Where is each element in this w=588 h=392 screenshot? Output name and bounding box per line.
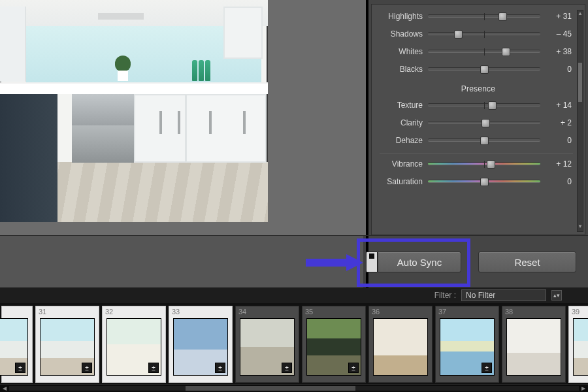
filmstrip-thumb[interactable]: 32± [102, 306, 166, 383]
slider-dehaze[interactable]: Dehaze 0 [372, 131, 585, 149]
filmstrip-thumb[interactable]: 33± [169, 306, 233, 383]
develop-badge-icon: ± [15, 363, 25, 373]
reset-button[interactable]: Reset [478, 252, 576, 272]
slider-label: Vibrance [372, 159, 428, 169]
slider-value[interactable]: + 12 [540, 159, 572, 169]
preview-area [0, 0, 366, 235]
slider-label: Blacks [372, 65, 428, 74]
slider-label: Whites [372, 47, 428, 56]
filmstrip-area: Filter : No Filter ▴▾ ±31±32±33±34±35±36… [0, 287, 588, 392]
filmstrip-thumb[interactable]: 36 [368, 306, 433, 383]
thumb-index: 33 [172, 308, 180, 316]
filmstrip-thumb[interactable]: 37± [435, 306, 499, 383]
slider-value[interactable]: + 31 [540, 12, 572, 21]
slider-label: Texture [372, 101, 428, 110]
thumb-index: 34 [238, 308, 246, 316]
thumb-index: 39 [572, 308, 580, 316]
slider-track[interactable] [428, 103, 540, 106]
group-title-presence: Presence [372, 78, 585, 96]
develop-badge-icon: ± [82, 363, 92, 373]
slider-label: Highlights [372, 12, 428, 21]
slider-value[interactable]: + 14 [540, 101, 572, 110]
slider-label: Saturation [372, 177, 428, 186]
annotation-highlight [357, 238, 470, 287]
annotation-arrow-icon [306, 254, 363, 270]
filmstrip-thumb[interactable]: 34± [235, 306, 299, 383]
slider-label: Clarity [372, 118, 428, 127]
scroll-up-icon[interactable]: ▲ [578, 10, 583, 18]
filter-select[interactable]: No Filter [461, 289, 546, 301]
filter-label: Filter : [434, 291, 456, 300]
develop-badge-icon: ± [482, 363, 492, 373]
thumb-index: 37 [438, 308, 446, 316]
slider-saturation[interactable]: Saturation 0 [372, 172, 585, 190]
thumb-index: 31 [39, 308, 46, 316]
slider-value[interactable]: – 45 [540, 29, 572, 39]
slider-label: Shadows [372, 29, 428, 39]
photo-preview[interactable] [0, 0, 268, 222]
slider-track[interactable] [428, 139, 540, 142]
slider-clarity[interactable]: Clarity + 2 [372, 114, 585, 131]
scroll-left-icon[interactable]: ◀ [0, 385, 9, 392]
slider-texture[interactable]: Texture + 14 [372, 96, 585, 114]
thumb-index: 35 [305, 308, 313, 316]
develop-badge-icon: ± [215, 363, 225, 373]
filmstrip-thumb[interactable]: 38 [502, 306, 566, 383]
slider-blacks[interactable]: Blacks 0 [372, 60, 585, 78]
slider-value[interactable]: + 2 [540, 118, 572, 127]
filmstrip-thumb[interactable]: 31± [35, 306, 99, 383]
slider-track[interactable] [428, 180, 540, 183]
develop-badge-icon: ± [282, 363, 292, 373]
slider-value[interactable]: 0 [540, 136, 572, 145]
preview-image [0, 0, 268, 222]
filmstrip-thumb[interactable]: 35± [302, 306, 366, 383]
slider-value[interactable]: + 38 [540, 47, 572, 56]
panel-scrollbar[interactable]: ▲ ▼ [577, 10, 583, 232]
thumb-image [573, 318, 588, 376]
develop-badge-icon: ± [348, 363, 359, 373]
slider-whites[interactable]: Whites + 38 [372, 42, 585, 60]
slider-track[interactable] [428, 14, 540, 18]
thumb-image [506, 318, 561, 376]
filmstrip[interactable]: ±31±32±33±34±35±3637±3839 [0, 306, 588, 383]
scroll-right-icon[interactable]: ▶ [579, 385, 588, 392]
slider-track[interactable] [428, 121, 540, 124]
thumb-index: 36 [372, 308, 380, 316]
slider-shadows[interactable]: Shadows – 45 [372, 25, 585, 42]
develop-panel: Highlights + 31 Shadows – 45 Whites + 38… [366, 0, 588, 235]
thumb-index: 38 [505, 308, 513, 316]
thumb-image [373, 318, 428, 376]
slider-track[interactable] [428, 162, 540, 165]
scroll-down-icon[interactable]: ▼ [578, 223, 583, 231]
separator [380, 153, 573, 154]
action-bar: Auto Sync Reset [0, 235, 588, 287]
slider-highlights[interactable]: Highlights + 31 [372, 7, 585, 25]
slider-track[interactable] [428, 32, 540, 35]
filmstrip-scrollbar[interactable]: ◀ ▶ [0, 384, 588, 392]
thumb-index: 32 [105, 308, 113, 316]
slider-track[interactable] [428, 50, 540, 53]
slider-value[interactable]: 0 [540, 177, 572, 186]
filmstrip-thumb[interactable]: 39 [568, 306, 588, 383]
slider-vibrance[interactable]: Vibrance + 12 [372, 155, 585, 172]
scrollbar-thumb[interactable] [186, 386, 355, 391]
slider-track[interactable] [428, 67, 540, 71]
slider-value[interactable]: 0 [540, 65, 572, 74]
filter-bar: Filter : No Filter ▴▾ [0, 287, 588, 303]
filter-dropdown-icon[interactable]: ▴▾ [551, 290, 562, 301]
filmstrip-thumb[interactable]: ± [1, 306, 33, 383]
develop-badge-icon: ± [148, 363, 159, 373]
slider-label: Dehaze [372, 136, 428, 145]
scrollbar-thumb[interactable] [578, 63, 582, 102]
